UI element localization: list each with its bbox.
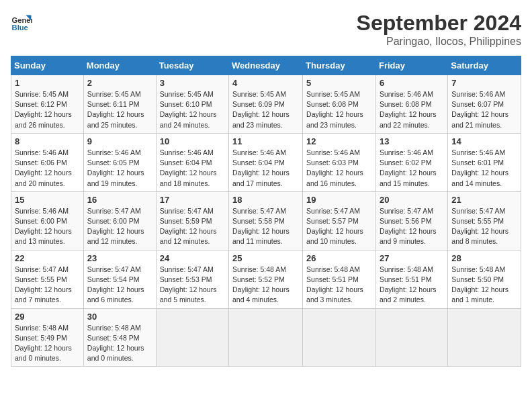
day-number: 26 xyxy=(306,253,372,263)
day-info: Sunrise: 5:46 AM Sunset: 6:04 PM Dayligh… xyxy=(160,148,225,189)
day-number: 9 xyxy=(87,136,152,146)
table-row: 20Sunrise: 5:47 AM Sunset: 5:56 PM Dayli… xyxy=(375,191,447,250)
day-info: Sunrise: 5:47 AM Sunset: 5:56 PM Dayligh… xyxy=(380,206,444,247)
table-row: 23Sunrise: 5:47 AM Sunset: 5:54 PM Dayli… xyxy=(83,250,156,308)
day-number: 21 xyxy=(451,195,517,205)
day-info: Sunrise: 5:47 AM Sunset: 5:54 PM Dayligh… xyxy=(87,265,152,306)
table-row: 9Sunrise: 5:46 AM Sunset: 6:05 PM Daylig… xyxy=(83,133,156,191)
day-info: Sunrise: 5:45 AM Sunset: 6:10 PM Dayligh… xyxy=(160,89,225,130)
table-row: 6Sunrise: 5:46 AM Sunset: 6:08 PM Daylig… xyxy=(375,75,447,134)
day-info: Sunrise: 5:48 AM Sunset: 5:51 PM Dayligh… xyxy=(380,265,444,306)
day-info: Sunrise: 5:47 AM Sunset: 5:57 PM Dayligh… xyxy=(306,206,372,247)
table-row: 7Sunrise: 5:46 AM Sunset: 6:07 PM Daylig… xyxy=(448,75,521,134)
day-number: 11 xyxy=(232,136,299,146)
day-number: 28 xyxy=(451,253,517,263)
day-number: 12 xyxy=(306,136,372,146)
day-number: 17 xyxy=(160,195,225,205)
day-number: 30 xyxy=(87,312,152,322)
day-info: Sunrise: 5:46 AM Sunset: 6:00 PM Dayligh… xyxy=(15,206,80,247)
table-row: 5Sunrise: 5:45 AM Sunset: 6:08 PM Daylig… xyxy=(303,75,376,134)
calendar-week-row: 29Sunrise: 5:48 AM Sunset: 5:49 PM Dayli… xyxy=(11,308,521,367)
table-row xyxy=(303,308,376,367)
table-row: 10Sunrise: 5:46 AM Sunset: 6:04 PM Dayli… xyxy=(156,133,228,191)
table-row: 1Sunrise: 5:45 AM Sunset: 6:12 PM Daylig… xyxy=(11,75,84,134)
table-row: 12Sunrise: 5:46 AM Sunset: 6:03 PM Dayli… xyxy=(303,133,376,191)
day-info: Sunrise: 5:45 AM Sunset: 6:09 PM Dayligh… xyxy=(232,89,299,130)
table-row: 30Sunrise: 5:48 AM Sunset: 5:48 PM Dayli… xyxy=(83,308,156,367)
day-info: Sunrise: 5:46 AM Sunset: 6:08 PM Dayligh… xyxy=(380,89,444,130)
table-row: 29Sunrise: 5:48 AM Sunset: 5:49 PM Dayli… xyxy=(11,308,84,367)
day-info: Sunrise: 5:46 AM Sunset: 6:01 PM Dayligh… xyxy=(451,148,517,189)
table-row: 22Sunrise: 5:47 AM Sunset: 5:55 PM Dayli… xyxy=(11,250,84,308)
table-row: 13Sunrise: 5:46 AM Sunset: 6:02 PM Dayli… xyxy=(375,133,447,191)
table-row: 14Sunrise: 5:46 AM Sunset: 6:01 PM Dayli… xyxy=(448,133,521,191)
day-info: Sunrise: 5:48 AM Sunset: 5:48 PM Dayligh… xyxy=(87,323,152,364)
day-info: Sunrise: 5:45 AM Sunset: 6:12 PM Dayligh… xyxy=(15,89,80,130)
day-number: 19 xyxy=(306,195,372,205)
table-row: 21Sunrise: 5:47 AM Sunset: 5:55 PM Dayli… xyxy=(448,191,521,250)
day-number: 16 xyxy=(87,195,152,205)
calendar-table: Sunday Monday Tuesday Wednesday Thursday… xyxy=(11,56,521,367)
day-number: 23 xyxy=(87,253,152,263)
table-row xyxy=(156,308,228,367)
day-number: 15 xyxy=(15,195,80,205)
table-row xyxy=(229,308,303,367)
day-info: Sunrise: 5:46 AM Sunset: 6:06 PM Dayligh… xyxy=(15,148,80,189)
day-number: 5 xyxy=(306,78,372,88)
day-info: Sunrise: 5:45 AM Sunset: 6:11 PM Dayligh… xyxy=(87,89,152,130)
day-info: Sunrise: 5:47 AM Sunset: 5:59 PM Dayligh… xyxy=(160,206,225,247)
day-info: Sunrise: 5:45 AM Sunset: 6:08 PM Dayligh… xyxy=(306,89,372,130)
table-row: 27Sunrise: 5:48 AM Sunset: 5:51 PM Dayli… xyxy=(375,250,447,308)
calendar-header-row: Sunday Monday Tuesday Wednesday Thursday… xyxy=(11,56,521,75)
header: General Blue September 2024 Paringao, Il… xyxy=(11,11,521,48)
day-info: Sunrise: 5:47 AM Sunset: 5:53 PM Dayligh… xyxy=(160,265,225,306)
day-number: 14 xyxy=(451,136,517,146)
day-number: 8 xyxy=(15,136,80,146)
calendar-week-row: 22Sunrise: 5:47 AM Sunset: 5:55 PM Dayli… xyxy=(11,250,521,308)
table-row: 3Sunrise: 5:45 AM Sunset: 6:10 PM Daylig… xyxy=(156,75,228,134)
table-row xyxy=(448,308,521,367)
day-number: 2 xyxy=(87,78,152,88)
day-number: 18 xyxy=(232,195,299,205)
table-row: 8Sunrise: 5:46 AM Sunset: 6:06 PM Daylig… xyxy=(11,133,84,191)
col-friday: Friday xyxy=(375,56,447,75)
col-saturday: Saturday xyxy=(448,56,521,75)
col-sunday: Sunday xyxy=(11,56,84,75)
day-info: Sunrise: 5:48 AM Sunset: 5:50 PM Dayligh… xyxy=(451,265,517,306)
calendar-week-row: 1Sunrise: 5:45 AM Sunset: 6:12 PM Daylig… xyxy=(11,75,521,134)
day-info: Sunrise: 5:48 AM Sunset: 5:49 PM Dayligh… xyxy=(15,323,80,364)
day-info: Sunrise: 5:46 AM Sunset: 6:03 PM Dayligh… xyxy=(306,148,372,189)
calendar-week-row: 8Sunrise: 5:46 AM Sunset: 6:06 PM Daylig… xyxy=(11,133,521,191)
day-info: Sunrise: 5:47 AM Sunset: 5:55 PM Dayligh… xyxy=(15,265,80,306)
col-tuesday: Tuesday xyxy=(156,56,228,75)
day-number: 6 xyxy=(380,78,444,88)
table-row: 16Sunrise: 5:47 AM Sunset: 6:00 PM Dayli… xyxy=(83,191,156,250)
col-wednesday: Wednesday xyxy=(229,56,303,75)
day-info: Sunrise: 5:46 AM Sunset: 6:05 PM Dayligh… xyxy=(87,148,152,189)
table-row: 2Sunrise: 5:45 AM Sunset: 6:11 PM Daylig… xyxy=(83,75,156,134)
day-info: Sunrise: 5:47 AM Sunset: 6:00 PM Dayligh… xyxy=(87,206,152,247)
day-number: 3 xyxy=(160,78,225,88)
day-info: Sunrise: 5:48 AM Sunset: 5:52 PM Dayligh… xyxy=(232,265,299,306)
table-row: 24Sunrise: 5:47 AM Sunset: 5:53 PM Dayli… xyxy=(156,250,228,308)
table-row: 11Sunrise: 5:46 AM Sunset: 6:04 PM Dayli… xyxy=(229,133,303,191)
day-number: 27 xyxy=(380,253,444,263)
day-info: Sunrise: 5:46 AM Sunset: 6:04 PM Dayligh… xyxy=(232,148,299,189)
day-info: Sunrise: 5:47 AM Sunset: 5:55 PM Dayligh… xyxy=(451,206,517,247)
col-thursday: Thursday xyxy=(303,56,376,75)
logo-icon: General Blue xyxy=(11,11,32,32)
table-row xyxy=(375,308,447,367)
day-number: 24 xyxy=(160,253,225,263)
day-number: 7 xyxy=(451,78,517,88)
table-row: 4Sunrise: 5:45 AM Sunset: 6:09 PM Daylig… xyxy=(229,75,303,134)
day-info: Sunrise: 5:46 AM Sunset: 6:02 PM Dayligh… xyxy=(380,148,444,189)
day-info: Sunrise: 5:46 AM Sunset: 6:07 PM Dayligh… xyxy=(451,89,517,130)
table-row: 25Sunrise: 5:48 AM Sunset: 5:52 PM Dayli… xyxy=(229,250,303,308)
day-info: Sunrise: 5:48 AM Sunset: 5:51 PM Dayligh… xyxy=(306,265,372,306)
day-number: 4 xyxy=(232,78,299,88)
day-number: 25 xyxy=(232,253,299,263)
table-row: 17Sunrise: 5:47 AM Sunset: 5:59 PM Dayli… xyxy=(156,191,228,250)
table-row: 18Sunrise: 5:47 AM Sunset: 5:58 PM Dayli… xyxy=(229,191,303,250)
table-row: 19Sunrise: 5:47 AM Sunset: 5:57 PM Dayli… xyxy=(303,191,376,250)
day-info: Sunrise: 5:47 AM Sunset: 5:58 PM Dayligh… xyxy=(232,206,299,247)
